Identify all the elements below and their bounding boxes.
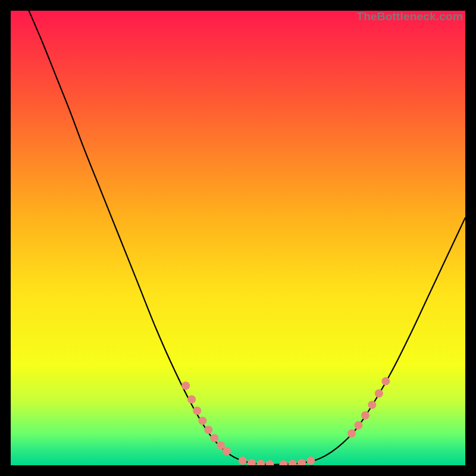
data-marker	[239, 456, 247, 465]
data-marker	[217, 441, 225, 449]
data-marker	[306, 456, 315, 465]
data-marker	[193, 406, 201, 415]
data-marker	[210, 434, 218, 442]
data-marker	[381, 377, 390, 386]
data-marker	[198, 416, 206, 425]
data-marker	[368, 400, 376, 409]
data-marker	[347, 430, 356, 438]
gradient-background	[11, 11, 465, 465]
data-marker	[187, 395, 196, 403]
data-marker	[223, 447, 231, 455]
watermark-text: TheBottleneck.com	[356, 11, 463, 23]
chart-svg: TheBottleneck.com	[11, 11, 465, 465]
data-marker	[361, 411, 369, 419]
data-marker	[375, 389, 383, 397]
chart-frame: TheBottleneck.com	[11, 11, 465, 465]
data-marker	[181, 381, 190, 390]
data-marker	[354, 421, 362, 430]
data-marker	[204, 425, 212, 434]
